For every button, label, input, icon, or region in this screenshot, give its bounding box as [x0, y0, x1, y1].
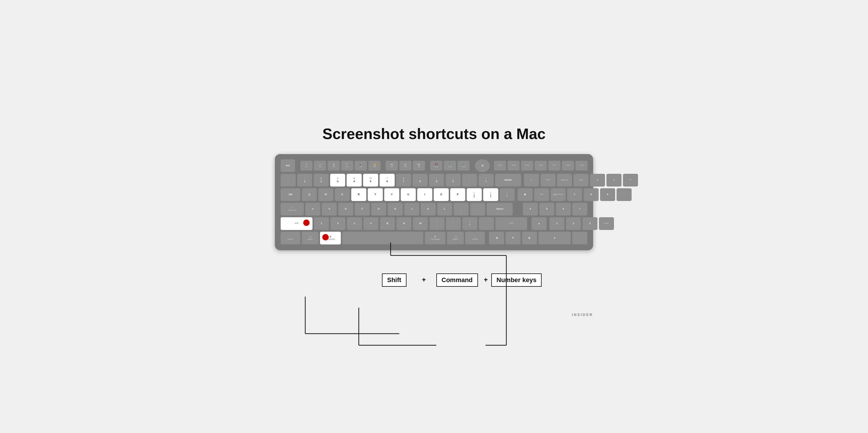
key-np-minus[interactable]: -: [617, 188, 631, 201]
key-np-equals[interactable]: =: [590, 174, 605, 186]
key-x[interactable]: X: [331, 217, 345, 230]
key-semicolon[interactable]: :;: [454, 203, 469, 215]
key-y[interactable]: Y: [384, 188, 399, 201]
key-f5[interactable]: 🎤F5: [355, 161, 367, 171]
key-backtick[interactable]: ~`: [281, 174, 296, 186]
key-f9[interactable]: ⏭F9: [413, 161, 425, 171]
key-3[interactable]: #3: [330, 174, 345, 186]
key-f6[interactable]: 🌙F6: [368, 161, 380, 171]
key-f19[interactable]: F19: [576, 161, 588, 171]
key-f2[interactable]: ☀F2: [314, 161, 326, 171]
key-comma[interactable]: <,: [429, 217, 444, 230]
key-u[interactable]: U: [401, 188, 416, 201]
key-z[interactable]: Z: [314, 217, 329, 230]
key-7[interactable]: &7: [396, 174, 411, 186]
key-f10[interactable]: 🔇F10: [430, 161, 442, 171]
key-quote[interactable]: "': [470, 203, 485, 215]
key-f7[interactable]: ⏮F7: [386, 161, 398, 171]
key-v[interactable]: V: [363, 217, 378, 230]
key-esc[interactable]: esc: [281, 159, 295, 172]
key-b[interactable]: B: [380, 217, 395, 230]
key-capslock[interactable]: *caps lock: [281, 203, 304, 215]
key-f1[interactable]: ☀F1: [300, 161, 312, 171]
key-a[interactable]: A: [305, 203, 320, 215]
key-f18[interactable]: F18: [562, 161, 574, 171]
key-f[interactable]: F: [355, 203, 370, 215]
key-option-right[interactable]: ⌥option: [447, 232, 464, 244]
key-np6[interactable]: 6: [556, 203, 571, 215]
key-5[interactable]: %5: [363, 174, 378, 186]
key-period[interactable]: >.: [446, 217, 461, 230]
key-command-left[interactable]: ⌘ command: [320, 232, 341, 244]
key-9[interactable]: (9: [429, 174, 444, 186]
key-j[interactable]: J: [404, 203, 419, 215]
key-backslash[interactable]: |\: [500, 188, 515, 201]
key-e[interactable]: E: [335, 188, 350, 201]
key-4[interactable]: $4: [347, 174, 362, 186]
key-f3[interactable]: ⊞F3: [328, 161, 340, 171]
key-d[interactable]: D: [338, 203, 353, 215]
key-np8[interactable]: 8: [584, 188, 599, 201]
key-f14[interactable]: F14: [507, 161, 520, 171]
key-np-dot[interactable]: .: [572, 232, 587, 244]
key-pageup[interactable]: page up: [557, 174, 572, 186]
key-np3[interactable]: 3: [582, 217, 597, 230]
key-np9[interactable]: 9: [600, 188, 615, 201]
key-np5[interactable]: 5: [539, 203, 554, 215]
key-space[interactable]: [342, 232, 423, 244]
key-minus[interactable]: _-: [462, 174, 477, 186]
key-control-left[interactable]: ^control: [281, 232, 300, 244]
key-p[interactable]: P: [450, 188, 465, 201]
key-np4[interactable]: 4: [523, 203, 538, 215]
key-f17[interactable]: F17: [548, 161, 560, 171]
key-n[interactable]: N: [396, 217, 411, 230]
key-left[interactable]: ◀: [489, 232, 504, 244]
key-m[interactable]: M: [413, 217, 428, 230]
key-f8[interactable]: ⏯F8: [399, 161, 411, 171]
key-k[interactable]: K: [421, 203, 436, 215]
key-f11[interactable]: 🔉F11: [444, 161, 456, 171]
key-f12[interactable]: 🔊F12: [458, 161, 470, 171]
key-2[interactable]: @2: [314, 174, 329, 186]
key-q[interactable]: Q: [302, 188, 317, 201]
key-l[interactable]: L: [437, 203, 452, 215]
key-1[interactable]: !1: [297, 174, 312, 186]
key-tab[interactable]: tab: [281, 188, 300, 201]
key-shift-right[interactable]: shift: [495, 217, 527, 230]
key-down[interactable]: ▼: [505, 232, 521, 244]
key-equals[interactable]: +=: [478, 174, 494, 186]
key-empty-r[interactable]: [479, 217, 494, 230]
key-i[interactable]: I: [417, 188, 432, 201]
key-s[interactable]: S: [322, 203, 337, 215]
key-w[interactable]: W: [318, 188, 333, 201]
key-end[interactable]: end: [534, 188, 549, 201]
key-pagedown[interactable]: page down: [551, 188, 566, 201]
key-control-right[interactable]: ^control: [465, 232, 485, 244]
key-delete[interactable]: delete: [495, 174, 521, 186]
key-np0[interactable]: 0: [538, 232, 571, 244]
key-g[interactable]: G: [371, 203, 386, 215]
key-rbracket[interactable]: }]: [483, 188, 498, 201]
key-f13[interactable]: F13: [494, 161, 506, 171]
key-fn[interactable]: fn: [524, 174, 539, 186]
key-np-asterisk[interactable]: *: [623, 174, 638, 186]
key-up[interactable]: ▲: [531, 217, 547, 230]
key-np7[interactable]: 7: [567, 188, 582, 201]
key-h[interactable]: H: [388, 203, 403, 215]
key-np-slash[interactable]: /: [607, 174, 621, 186]
key-np-enter[interactable]: enter: [599, 217, 614, 230]
key-f4[interactable]: 🔍F4: [341, 161, 353, 171]
key-fwdfn[interactable]: ▶: [518, 188, 533, 201]
key-right[interactable]: ▶: [522, 232, 537, 244]
key-lbracket[interactable]: {[: [467, 188, 482, 201]
key-8[interactable]: *8: [412, 174, 428, 186]
key-np2[interactable]: 2: [566, 217, 581, 230]
key-np1[interactable]: 1: [550, 217, 564, 230]
key-shift-left[interactable]: shift: [281, 217, 312, 230]
key-0[interactable]: )0: [445, 174, 461, 186]
key-slash[interactable]: ?/: [462, 217, 477, 230]
key-6[interactable]: ^6: [380, 174, 395, 186]
key-f15[interactable]: F15: [521, 161, 533, 171]
key-power[interactable]: ⏻: [475, 159, 490, 172]
key-r[interactable]: R: [351, 188, 366, 201]
